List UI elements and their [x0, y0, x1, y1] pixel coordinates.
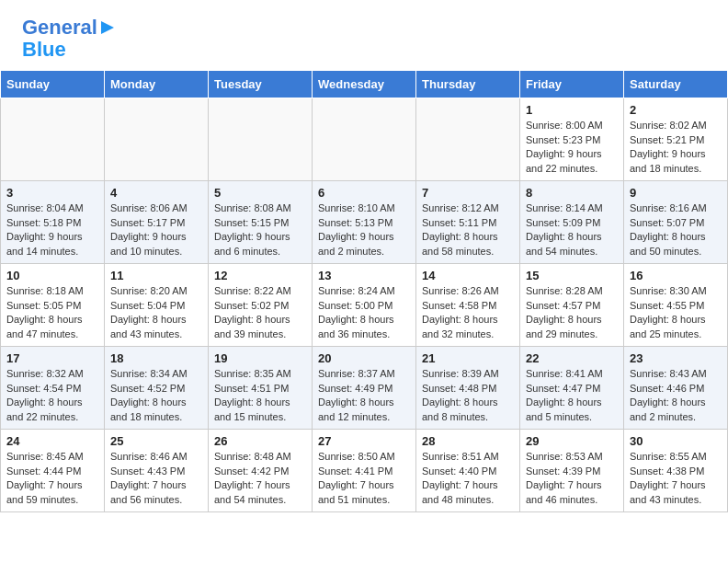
weekday-header-monday: Monday	[105, 71, 209, 98]
calendar-cell: 13Sunrise: 8:24 AM Sunset: 5:00 PM Dayli…	[313, 264, 416, 347]
calendar-cell: 20Sunrise: 8:37 AM Sunset: 4:49 PM Dayli…	[313, 347, 416, 430]
calendar-week-row: 24Sunrise: 8:45 AM Sunset: 4:44 PM Dayli…	[1, 430, 728, 512]
calendar-week-row: 3Sunrise: 8:04 AM Sunset: 5:18 PM Daylig…	[1, 181, 728, 264]
calendar-cell: 25Sunrise: 8:46 AM Sunset: 4:43 PM Dayli…	[105, 430, 209, 512]
day-number: 20	[318, 351, 410, 365]
day-number: 19	[214, 351, 306, 365]
calendar-week-row: 10Sunrise: 8:18 AM Sunset: 5:05 PM Dayli…	[1, 264, 728, 347]
page-header: General Blue	[0, 0, 728, 70]
day-info: Sunrise: 8:02 AM Sunset: 5:21 PM Dayligh…	[630, 119, 722, 176]
day-info: Sunrise: 8:51 AM Sunset: 4:40 PM Dayligh…	[422, 450, 514, 507]
day-number: 3	[6, 186, 98, 200]
day-info: Sunrise: 8:20 AM Sunset: 5:04 PM Dayligh…	[110, 284, 202, 341]
calendar-cell: 11Sunrise: 8:20 AM Sunset: 5:04 PM Dayli…	[105, 264, 209, 347]
day-info: Sunrise: 8:32 AM Sunset: 4:54 PM Dayligh…	[6, 367, 98, 424]
day-info: Sunrise: 8:14 AM Sunset: 5:09 PM Dayligh…	[526, 201, 618, 259]
day-info: Sunrise: 8:50 AM Sunset: 4:41 PM Dayligh…	[318, 450, 410, 507]
day-number: 9	[630, 186, 722, 200]
day-info: Sunrise: 8:10 AM Sunset: 5:13 PM Dayligh…	[318, 201, 410, 259]
day-number: 13	[318, 269, 410, 282]
day-info: Sunrise: 8:00 AM Sunset: 5:23 PM Dayligh…	[526, 119, 618, 176]
calendar-cell: 28Sunrise: 8:51 AM Sunset: 4:40 PM Dayli…	[416, 430, 520, 512]
day-info: Sunrise: 8:46 AM Sunset: 4:43 PM Dayligh…	[110, 450, 202, 507]
day-info: Sunrise: 8:28 AM Sunset: 4:57 PM Dayligh…	[526, 284, 618, 341]
calendar-cell: 27Sunrise: 8:50 AM Sunset: 4:41 PM Dayli…	[313, 430, 416, 512]
day-info: Sunrise: 8:08 AM Sunset: 5:15 PM Dayligh…	[214, 201, 306, 259]
day-info: Sunrise: 8:34 AM Sunset: 4:52 PM Dayligh…	[110, 367, 202, 424]
day-number: 7	[422, 186, 514, 200]
day-info: Sunrise: 8:37 AM Sunset: 4:49 PM Dayligh…	[318, 367, 410, 424]
calendar-cell: 3Sunrise: 8:04 AM Sunset: 5:18 PM Daylig…	[1, 181, 105, 264]
weekday-header-sunday: Sunday	[1, 71, 105, 98]
day-number: 2	[630, 103, 722, 117]
calendar-cell: 24Sunrise: 8:45 AM Sunset: 4:44 PM Dayli…	[1, 430, 105, 512]
calendar-cell: 8Sunrise: 8:14 AM Sunset: 5:09 PM Daylig…	[520, 181, 624, 264]
logo-arrow-icon	[97, 17, 118, 38]
calendar-cell: 30Sunrise: 8:55 AM Sunset: 4:38 PM Dayli…	[624, 430, 728, 512]
day-info: Sunrise: 8:12 AM Sunset: 5:11 PM Dayligh…	[422, 201, 514, 259]
day-number: 16	[630, 269, 722, 282]
calendar-cell: 15Sunrise: 8:28 AM Sunset: 4:57 PM Dayli…	[520, 264, 624, 347]
calendar-cell: 2Sunrise: 8:02 AM Sunset: 5:21 PM Daylig…	[624, 98, 728, 181]
weekday-header-friday: Friday	[520, 71, 624, 98]
day-number: 27	[318, 434, 410, 448]
day-number: 30	[630, 434, 722, 448]
day-number: 18	[110, 351, 202, 365]
day-number: 25	[110, 434, 202, 448]
day-info: Sunrise: 8:16 AM Sunset: 5:07 PM Dayligh…	[630, 201, 722, 259]
weekday-header-row: SundayMondayTuesdayWednesdayThursdayFrid…	[1, 71, 728, 98]
day-info: Sunrise: 8:39 AM Sunset: 4:48 PM Dayligh…	[422, 367, 514, 424]
weekday-header-saturday: Saturday	[624, 71, 728, 98]
day-info: Sunrise: 8:35 AM Sunset: 4:51 PM Dayligh…	[214, 367, 306, 424]
logo-text-line2: Blue	[22, 39, 66, 61]
day-number: 15	[526, 269, 618, 282]
weekday-header-wednesday: Wednesday	[313, 71, 416, 98]
day-info: Sunrise: 8:22 AM Sunset: 5:02 PM Dayligh…	[214, 284, 306, 341]
calendar-cell	[105, 98, 209, 181]
day-info: Sunrise: 8:48 AM Sunset: 4:42 PM Dayligh…	[214, 450, 306, 507]
day-info: Sunrise: 8:45 AM Sunset: 4:44 PM Dayligh…	[6, 450, 98, 507]
calendar-cell	[416, 98, 520, 181]
day-number: 1	[526, 103, 618, 117]
day-info: Sunrise: 8:30 AM Sunset: 4:55 PM Dayligh…	[630, 284, 722, 341]
logo: General Blue	[22, 17, 118, 61]
day-info: Sunrise: 8:53 AM Sunset: 4:39 PM Dayligh…	[526, 450, 618, 507]
day-number: 22	[526, 351, 618, 365]
day-number: 24	[6, 434, 98, 448]
calendar-cell: 6Sunrise: 8:10 AM Sunset: 5:13 PM Daylig…	[313, 181, 416, 264]
calendar-cell: 23Sunrise: 8:43 AM Sunset: 4:46 PM Dayli…	[624, 347, 728, 430]
day-number: 5	[214, 186, 306, 200]
day-info: Sunrise: 8:26 AM Sunset: 4:58 PM Dayligh…	[422, 284, 514, 341]
calendar-cell: 29Sunrise: 8:53 AM Sunset: 4:39 PM Dayli…	[520, 430, 624, 512]
day-number: 29	[526, 434, 618, 448]
day-number: 17	[6, 351, 98, 365]
calendar-cell: 19Sunrise: 8:35 AM Sunset: 4:51 PM Dayli…	[209, 347, 313, 430]
day-info: Sunrise: 8:06 AM Sunset: 5:17 PM Dayligh…	[110, 201, 202, 259]
day-info: Sunrise: 8:55 AM Sunset: 4:38 PM Dayligh…	[630, 450, 722, 507]
calendar-cell: 1Sunrise: 8:00 AM Sunset: 5:23 PM Daylig…	[520, 98, 624, 181]
day-number: 26	[214, 434, 306, 448]
day-number: 28	[422, 434, 514, 448]
calendar-cell	[209, 98, 313, 181]
calendar-cell: 21Sunrise: 8:39 AM Sunset: 4:48 PM Dayli…	[416, 347, 520, 430]
calendar-cell: 4Sunrise: 8:06 AM Sunset: 5:17 PM Daylig…	[105, 181, 209, 264]
calendar-cell: 7Sunrise: 8:12 AM Sunset: 5:11 PM Daylig…	[416, 181, 520, 264]
day-number: 10	[6, 269, 98, 282]
calendar-cell: 18Sunrise: 8:34 AM Sunset: 4:52 PM Dayli…	[105, 347, 209, 430]
calendar-cell: 14Sunrise: 8:26 AM Sunset: 4:58 PM Dayli…	[416, 264, 520, 347]
calendar-week-row: 17Sunrise: 8:32 AM Sunset: 4:54 PM Dayli…	[1, 347, 728, 430]
calendar-cell: 26Sunrise: 8:48 AM Sunset: 4:42 PM Dayli…	[209, 430, 313, 512]
calendar-cell: 10Sunrise: 8:18 AM Sunset: 5:05 PM Dayli…	[1, 264, 105, 347]
weekday-header-tuesday: Tuesday	[209, 71, 313, 98]
day-number: 4	[110, 186, 202, 200]
calendar-cell: 22Sunrise: 8:41 AM Sunset: 4:47 PM Dayli…	[520, 347, 624, 430]
day-number: 14	[422, 269, 514, 282]
calendar-cell: 17Sunrise: 8:32 AM Sunset: 4:54 PM Dayli…	[1, 347, 105, 430]
calendar-cell: 16Sunrise: 8:30 AM Sunset: 4:55 PM Dayli…	[624, 264, 728, 347]
day-info: Sunrise: 8:18 AM Sunset: 5:05 PM Dayligh…	[6, 284, 98, 341]
calendar-cell: 5Sunrise: 8:08 AM Sunset: 5:15 PM Daylig…	[209, 181, 313, 264]
calendar-cell: 12Sunrise: 8:22 AM Sunset: 5:02 PM Dayli…	[209, 264, 313, 347]
calendar-table: SundayMondayTuesdayWednesdayThursdayFrid…	[0, 70, 728, 512]
day-number: 12	[214, 269, 306, 282]
weekday-header-thursday: Thursday	[416, 71, 520, 98]
